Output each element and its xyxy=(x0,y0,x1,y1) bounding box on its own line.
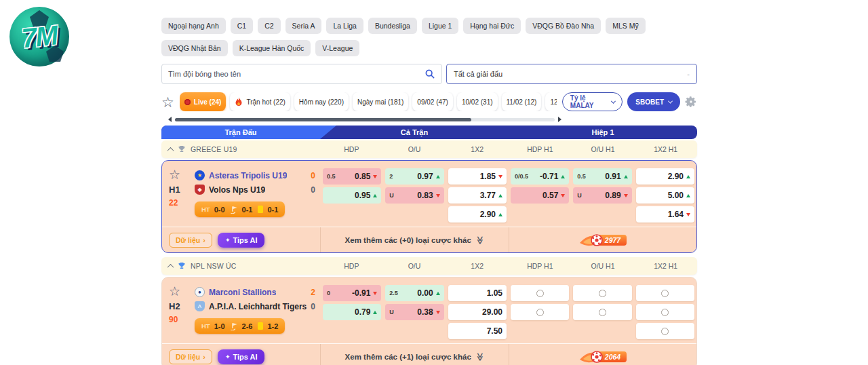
favorite-star-icon[interactable]: ☆ xyxy=(169,285,180,298)
settings-gear-icon[interactable] xyxy=(685,96,697,108)
league-chip-mls-m[interactable]: MLS Mỹ xyxy=(606,18,646,34)
trend-up-icon xyxy=(498,213,502,216)
odds-cell[interactable]: 29.00 xyxy=(448,304,507,320)
odds-cell[interactable]: U0.83 xyxy=(385,187,443,204)
corner-count: 0-1 xyxy=(242,206,253,214)
odds-cell[interactable] xyxy=(573,304,631,320)
chevron-down-icon xyxy=(668,98,673,103)
bookmaker-button[interactable]: SBOBET xyxy=(627,92,680,111)
tab-ng-y-mai-181[interactable]: Ngày mai (181) xyxy=(353,92,408,111)
odds-cell[interactable] xyxy=(511,304,569,320)
odds-cell[interactable]: 0.57 xyxy=(511,187,569,204)
odds-cell[interactable] xyxy=(636,323,694,339)
team-name: Volos Nps U19 xyxy=(209,185,265,195)
header-firsthalf-group: Hiệp 1 xyxy=(509,126,697,139)
corner-count: 2-6 xyxy=(242,322,253,330)
league-chip-seria-a[interactable]: Seria A xyxy=(285,18,322,34)
odds-column-o-u: 20.97U0.83 xyxy=(383,168,446,223)
scrollbar-track[interactable] xyxy=(175,118,555,121)
league-header-row: GREECE U19HDPO/U1X2HDP H1O/U H11X2 H1 xyxy=(161,140,697,158)
search-icon[interactable] xyxy=(425,69,435,79)
odds-cell[interactable]: 7.50 xyxy=(448,323,507,339)
favorites-star-icon[interactable]: ☆ xyxy=(161,95,174,109)
tab-12[interactable]: 12, xyxy=(545,92,556,111)
odds-cell[interactable]: 2.50.00 xyxy=(385,285,443,301)
scrollbar-thumb[interactable] xyxy=(175,118,471,121)
yellow-card-icon xyxy=(258,206,263,213)
odds-cell[interactable] xyxy=(636,285,694,301)
team-score: 0 xyxy=(311,302,315,311)
league-chip-ligue-1[interactable]: Ligue 1 xyxy=(422,18,458,34)
league-chip-la-liga[interactable]: La Liga xyxy=(326,18,363,34)
odds-cell[interactable] xyxy=(511,285,569,301)
odds-cell[interactable]: 1.85 xyxy=(448,168,507,185)
tab-tr-n-hot-22[interactable]: Trận hot (22) xyxy=(230,92,290,111)
tab-10-02-31[interactable]: 10/02 (31) xyxy=(457,92,498,111)
league-chip-bundesliga[interactable]: Bundesliga xyxy=(368,18,417,34)
bookmaker-label: SBOBET xyxy=(635,98,664,106)
7m-logo[interactable]: 7M xyxy=(9,7,69,66)
trend-up-icon xyxy=(686,175,690,178)
odds-column-1x2: 1.853.772.90 xyxy=(446,168,509,223)
odds-cell[interactable]: 2.90 xyxy=(448,206,507,223)
league-chip-c1[interactable]: C1 xyxy=(231,18,253,34)
tab-live-24[interactable]: Live (24) xyxy=(180,92,226,111)
odds-cell[interactable]: 0-0.91 xyxy=(323,285,381,301)
trend-down-icon xyxy=(373,175,377,178)
league-chip-v-league[interactable]: V-League xyxy=(315,40,359,56)
odds-cell[interactable]: 0.50.91 xyxy=(573,168,631,185)
collapse-chevron-icon[interactable] xyxy=(167,263,174,270)
odds-value: 0.57 xyxy=(542,191,558,200)
trend-up-icon xyxy=(373,194,377,197)
league-chip-c2[interactable]: C2 xyxy=(258,18,280,34)
league-select[interactable]: Tất cả giải đấu - xyxy=(446,64,697,84)
odds-value: 5.00 xyxy=(668,191,684,200)
tab-09-02-47[interactable]: 09/02 (47) xyxy=(412,92,453,111)
more-bets-link[interactable]: Xem thêm các (+0) loại cược khác≫ xyxy=(321,227,509,252)
tab-h-m-nay-220[interactable]: Hôm nay (220) xyxy=(294,92,349,111)
odds-cell[interactable]: 20.97 xyxy=(385,168,443,185)
odds-cell[interactable]: 1.64 xyxy=(636,206,694,223)
league-chip-k-league-h-n-qu-c[interactable]: K-League Hàn Quốc xyxy=(233,40,311,56)
team-badge-icon: ◆ xyxy=(195,185,205,195)
odds-cell[interactable]: 1.05 xyxy=(448,285,507,301)
data-button[interactable]: Dữ liệu› xyxy=(169,233,212,248)
tips-ai-button[interactable]: ✦Tips AI xyxy=(218,233,265,248)
tab-label: 11/02 (12) xyxy=(507,98,537,106)
collapse-chevron-icon[interactable] xyxy=(167,147,174,153)
odds-cell[interactable]: 0.50.85 xyxy=(323,168,381,185)
fireball-icon xyxy=(579,349,604,364)
league-chip-v-qg-nh-t-b-n[interactable]: VĐQG Nhật Bản xyxy=(161,40,228,56)
locked-odds-icon xyxy=(536,290,544,297)
odds-cell[interactable]: 2.90 xyxy=(636,168,694,185)
league-chip-ngo-i-h-ng-anh[interactable]: Ngoại hạng Anh xyxy=(161,18,226,34)
odds-column-header-o-u-h1: O/U H1 xyxy=(572,262,635,270)
halftime-score: 1-0 xyxy=(214,322,225,330)
odds-column-hdp-h1: 0/0.5-0.710.57 xyxy=(509,168,571,223)
trend-up-icon xyxy=(561,175,565,178)
odds-cell[interactable] xyxy=(636,304,694,320)
match-minute: 90 xyxy=(169,315,178,324)
tips-ai-button[interactable]: ✦Tips AI xyxy=(218,349,265,364)
odds-cell[interactable]: 5.00 xyxy=(636,187,694,204)
odds-cell[interactable]: 3.77 xyxy=(448,187,507,204)
scroll-right-icon[interactable] xyxy=(558,117,561,122)
league-select-value: Tất cả giải đấu xyxy=(454,70,502,78)
odds-cell[interactable]: 0.79 xyxy=(323,304,381,320)
data-button[interactable]: Dữ liệu› xyxy=(169,349,212,364)
odds-cell[interactable]: U0.89 xyxy=(573,187,631,204)
search-input[interactable] xyxy=(168,70,425,78)
league-chip-h-ng-hai-c[interactable]: Hạng hai Đức xyxy=(463,18,521,34)
tab-11-02-12[interactable]: 11/02 (12) xyxy=(502,92,542,111)
odds-cell[interactable]: U0.38 xyxy=(385,304,443,320)
odds-type-button[interactable]: Tỷ lệ MALAY xyxy=(562,92,623,111)
league-chip-v-qg-b-o-nha[interactable]: VĐQG Bồ Đào Nha xyxy=(526,18,601,34)
more-bets-link[interactable]: Xem thêm các (+1) loại cược khác≫ xyxy=(321,344,509,365)
favorite-star-icon[interactable]: ☆ xyxy=(169,168,180,181)
odds-cell[interactable]: 0/0.5-0.71 xyxy=(511,168,569,185)
odds-cell[interactable] xyxy=(573,285,631,301)
footer-actions: Dữ liệu›✦Tips AI xyxy=(162,227,321,252)
scroll-left-icon[interactable] xyxy=(168,117,172,122)
odds-cell[interactable]: 0.95 xyxy=(323,187,381,204)
tabs-scrollbar xyxy=(168,117,561,122)
